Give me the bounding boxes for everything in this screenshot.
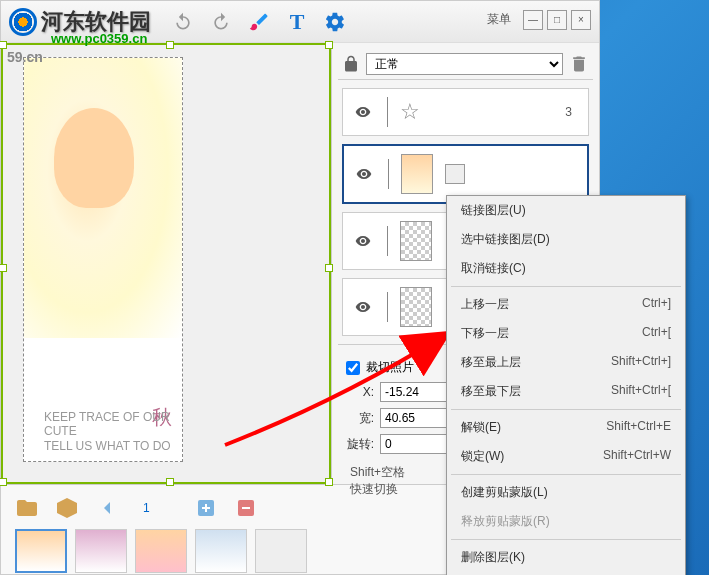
- layer-mask-thumbnail: [445, 164, 465, 184]
- photo-layer[interactable]: [24, 58, 182, 338]
- watermark-url: www.pc0359.cn: [51, 31, 147, 46]
- blend-mode-select[interactable]: 正常: [366, 53, 563, 75]
- page-thumbnail[interactable]: [75, 529, 127, 573]
- folder-icon[interactable]: [15, 496, 39, 520]
- visibility-icon[interactable]: [351, 104, 375, 120]
- context-menu-item[interactable]: 链接图层(U): [447, 196, 685, 225]
- page-thumbnail[interactable]: [135, 529, 187, 573]
- trash-icon[interactable]: [569, 54, 589, 74]
- star-icon: ☆: [400, 99, 420, 125]
- brush-icon[interactable]: [247, 10, 271, 34]
- minimize-button[interactable]: —: [523, 10, 543, 30]
- add-page-icon[interactable]: [194, 496, 218, 520]
- text-icon[interactable]: T: [285, 10, 309, 34]
- window-controls: 菜单 — □ ×: [479, 9, 591, 30]
- width-label: 宽:: [346, 410, 374, 427]
- redo-icon[interactable]: [209, 10, 233, 34]
- context-menu-item[interactable]: 解锁(E)Shift+Ctrl+E: [447, 413, 685, 442]
- context-menu-item[interactable]: 创建剪贴蒙版(L): [447, 478, 685, 507]
- resize-handle[interactable]: [0, 41, 7, 49]
- visibility-icon[interactable]: [351, 233, 375, 249]
- context-menu-item[interactable]: 取消链接(C): [447, 254, 685, 283]
- crop-checkbox[interactable]: [346, 361, 360, 375]
- context-menu-item[interactable]: 上移一层Ctrl+]: [447, 290, 685, 319]
- context-menu-item[interactable]: 选中链接图层(D): [447, 225, 685, 254]
- menu-button[interactable]: 菜单: [479, 9, 519, 30]
- page-thumbnail[interactable]: [195, 529, 247, 573]
- lock-icon[interactable]: [342, 55, 360, 73]
- context-menu-item[interactable]: 移至最上层Shift+Ctrl+]: [447, 348, 685, 377]
- layer-item[interactable]: ☆ 3: [342, 88, 589, 136]
- layer-thumbnail: [401, 154, 433, 194]
- rotate-label: 旋转:: [346, 436, 374, 453]
- canvas-area[interactable]: 59.cn 秋 KEEP TRACE OF OUR CUTE TELL US W…: [1, 43, 331, 484]
- logo-icon: [9, 8, 37, 36]
- crop-label: 裁切照片: [366, 359, 414, 376]
- canvas-content[interactable]: 秋 KEEP TRACE OF OUR CUTE TELL US WHAT TO…: [23, 57, 183, 462]
- layer-number: 3: [565, 105, 572, 119]
- resize-handle[interactable]: [0, 264, 7, 272]
- visibility-icon[interactable]: [351, 299, 375, 315]
- width-input[interactable]: [380, 408, 450, 428]
- page-number: 1: [143, 501, 150, 515]
- settings-icon[interactable]: [323, 10, 347, 34]
- context-menu-item[interactable]: 下移一层Ctrl+[: [447, 319, 685, 348]
- prev-arrow-icon[interactable]: [95, 496, 119, 520]
- box-icon[interactable]: [55, 496, 79, 520]
- maximize-button[interactable]: □: [547, 10, 567, 30]
- remove-page-icon[interactable]: [234, 496, 258, 520]
- close-button[interactable]: ×: [571, 10, 591, 30]
- page-thumbnail[interactable]: [15, 529, 67, 573]
- undo-icon[interactable]: [171, 10, 195, 34]
- page-thumbnail[interactable]: [255, 529, 307, 573]
- rotate-input[interactable]: [380, 434, 450, 454]
- visibility-icon[interactable]: [352, 166, 376, 182]
- small-text: KEEP TRACE OF OUR CUTE TELL US WHAT TO D…: [44, 410, 182, 453]
- resize-handle[interactable]: [166, 41, 174, 49]
- context-menu-item[interactable]: 锁定(W)Shift+Ctrl+W: [447, 442, 685, 471]
- context-menu: 链接图层(U)选中链接图层(D)取消链接(C)上移一层Ctrl+]下移一层Ctr…: [446, 195, 686, 575]
- layer-thumbnail: [400, 287, 432, 327]
- toolbar: T: [171, 10, 347, 34]
- x-input[interactable]: [380, 382, 450, 402]
- x-label: X:: [346, 385, 374, 399]
- watermark-corner: 59.cn: [7, 49, 43, 65]
- context-menu-item[interactable]: 移至最下层Shift+Ctrl+[: [447, 377, 685, 406]
- context-menu-item: 释放剪贴蒙版(R): [447, 507, 685, 536]
- layers-header: 正常: [338, 49, 593, 80]
- layer-thumbnail: [400, 221, 432, 261]
- context-menu-item[interactable]: 删除图层(K): [447, 543, 685, 572]
